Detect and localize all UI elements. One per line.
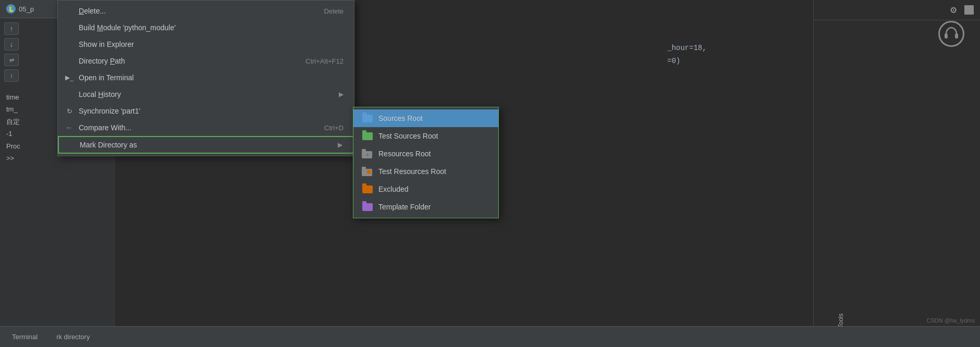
headphone-icon — [938, 21, 964, 47]
mark-directory-submenu-arrow: ▶ — [338, 141, 342, 148]
menu-item-directory-path-label: Directory Path — [79, 57, 125, 65]
python-icon: 🐍 — [6, 4, 16, 14]
svg-rect-6 — [945, 33, 948, 39]
test-sources-root-folder-icon — [362, 131, 373, 141]
gear-icon-button[interactable]: ⚙ — [948, 4, 959, 16]
menu-item-compare-with-shortcut: Ctrl+D — [309, 124, 344, 132]
wrap-button[interactable]: ⇌ — [4, 54, 19, 66]
menu-item-local-history-label: Local History — [79, 90, 121, 98]
right-tools-panel: ⚙ Data Tools — [813, 0, 980, 347]
submenu-item-test-resources-root-label: Test Resources Root — [378, 167, 446, 176]
sync-icon: ↻ — [64, 106, 75, 116]
menu-item-show-explorer[interactable]: Show in Explorer — [58, 36, 354, 53]
svg-text:≡: ≡ — [366, 152, 369, 157]
bottom-bar: Terminal rk directory — [0, 326, 980, 347]
svg-rect-4 — [362, 167, 366, 169]
editor-line-2: =0) — [667, 55, 803, 68]
context-menu: Delete... Delete Build Module 'python_mo… — [57, 0, 354, 156]
sort-button[interactable]: ↕ — [4, 69, 19, 82]
submenu-mark-directory: Sources Root Test Sources Root ≡ Resourc… — [353, 107, 499, 218]
arrow-up-button[interactable]: ↑ — [4, 22, 19, 35]
editor-panel: _hour=18, =0) — [657, 0, 813, 347]
submenu-item-sources-root-label: Sources Root — [378, 114, 423, 122]
template-folder-icon — [362, 202, 373, 212]
menu-item-directory-path[interactable]: Directory Path Ctrl+Alt+F12 — [58, 53, 354, 69]
menu-item-local-history[interactable]: Local History ▶ — [58, 86, 354, 103]
menu-item-delete[interactable]: Delete... Delete — [58, 3, 354, 19]
menu-item-build-module[interactable]: Build Module 'python_module' — [58, 19, 354, 36]
menu-item-mark-directory-label: Mark Directory as — [80, 141, 137, 149]
menu-item-delete-shortcut: Delete — [308, 7, 344, 15]
submenu-item-excluded-label: Excluded — [378, 185, 409, 193]
editor-line-1: _hour=18, — [667, 42, 803, 55]
menu-item-open-terminal[interactable]: ▶_ Open in Terminal — [58, 69, 354, 86]
menu-item-synchronize-label: Synchronize 'part1' — [79, 107, 140, 115]
bottom-tab-terminal[interactable]: Terminal — [8, 333, 42, 341]
test-resources-root-folder-icon — [362, 167, 373, 176]
submenu-item-test-sources-root[interactable]: Test Sources Root — [353, 127, 498, 145]
resources-root-folder-icon: ≡ — [362, 149, 373, 158]
watermark: CSDN @ha_lydms — [927, 317, 975, 324]
compare-icon: ← — [64, 122, 75, 133]
menu-item-build-module-label: Build Module 'python_module' — [79, 23, 176, 32]
local-history-submenu-arrow: ▶ — [339, 91, 344, 98]
data-tools-label: Data Tools — [837, 0, 844, 347]
submenu-item-resources-root-label: Resources Root — [378, 150, 431, 158]
menu-item-open-terminal-label: Open in Terminal — [79, 73, 134, 82]
excluded-folder-icon — [362, 184, 373, 194]
submenu-item-sources-root[interactable]: Sources Root — [353, 109, 498, 127]
sources-root-folder-icon — [362, 114, 373, 123]
menu-item-delete-label: Delete... — [79, 7, 106, 15]
submenu-item-test-resources-root[interactable]: Test Resources Root — [353, 163, 498, 180]
submenu-item-resources-root[interactable]: ≡ Resources Root — [353, 145, 498, 163]
submenu-item-test-sources-root-label: Test Sources Root — [378, 132, 438, 140]
menu-item-synchronize[interactable]: ↻ Synchronize 'part1' — [58, 103, 354, 119]
minimize-icon[interactable] — [964, 5, 974, 15]
menu-item-show-explorer-label: Show in Explorer — [79, 40, 134, 48]
submenu-item-excluded[interactable]: Excluded — [353, 180, 498, 198]
submenu-item-template-folder[interactable]: Template Folder — [353, 198, 498, 216]
sidebar-tab-label: 05_p — [19, 5, 34, 13]
bottom-tab-rk-directory[interactable]: rk directory — [52, 333, 94, 341]
menu-item-directory-path-shortcut: Ctrl+Alt+F12 — [290, 57, 344, 65]
svg-rect-1 — [362, 149, 366, 152]
menu-item-compare-with-label: Compare With... — [79, 123, 131, 132]
svg-point-5 — [367, 170, 371, 174]
submenu-item-template-folder-label: Template Folder — [378, 203, 431, 211]
svg-rect-7 — [955, 33, 958, 39]
menu-item-mark-directory[interactable]: Mark Directory as ▶ — [58, 136, 354, 154]
arrow-down-button[interactable]: ↓ — [4, 38, 19, 51]
terminal-icon: ▶_ — [64, 72, 75, 83]
menu-item-compare-with[interactable]: ← Compare With... Ctrl+D — [58, 119, 354, 136]
